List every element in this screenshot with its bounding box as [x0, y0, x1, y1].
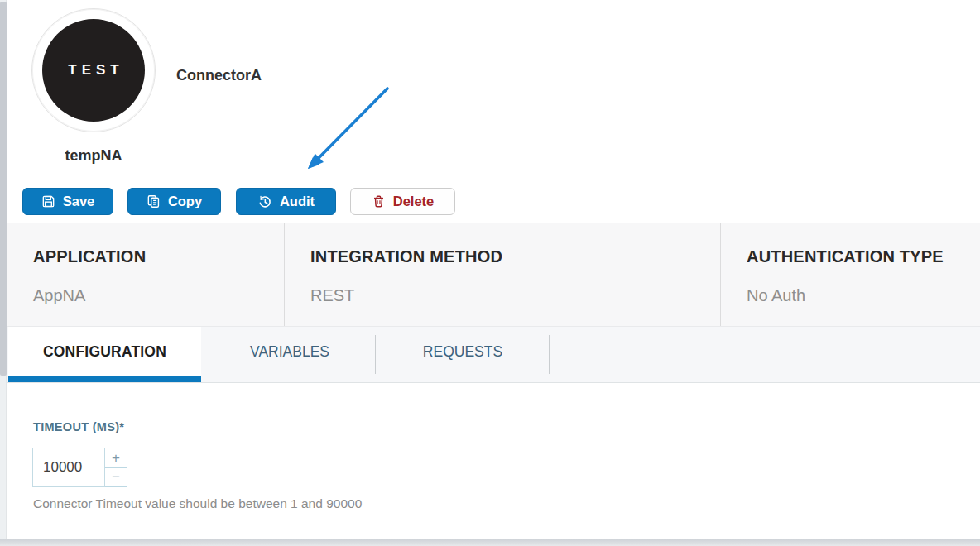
copy-icon — [147, 194, 161, 208]
avatar-circle: TEST — [42, 19, 145, 122]
timeout-stepper: + − — [105, 448, 127, 487]
authentication-type-value: No Auth — [747, 286, 805, 305]
horizontal-scrollbar[interactable] — [0, 539, 980, 546]
configuration-panel: TIMEOUT (MS)* + − Connector Timeout valu… — [7, 383, 980, 539]
integration-method-label: INTEGRATION METHOD — [310, 247, 502, 266]
avatar: TEST — [31, 8, 156, 132]
application-value: AppNA — [33, 286, 85, 305]
tab-configuration[interactable]: CONFIGURATION — [8, 327, 201, 376]
authentication-type-column: AUTHENTICATION TYPE No Auth — [720, 223, 980, 326]
timeout-decrement-button[interactable]: − — [105, 467, 127, 488]
audit-history-icon — [257, 194, 272, 209]
tab-divider — [549, 335, 550, 374]
tab-variables-label: VARIABLES — [250, 343, 329, 361]
timeout-stepper-group: + − — [32, 448, 127, 487]
save-button[interactable]: Save — [22, 188, 113, 215]
tab-divider — [375, 335, 376, 374]
timeout-label: TIMEOUT (MS)* — [33, 420, 124, 433]
copy-button[interactable]: Copy — [127, 188, 221, 215]
template-name: tempNA — [31, 147, 156, 165]
timeout-input[interactable] — [32, 448, 105, 487]
vertical-scrollbar-thumb[interactable] — [0, 2, 7, 376]
integration-method-value: REST — [310, 286, 354, 305]
tab-requests-label: REQUESTS — [423, 343, 502, 361]
timeout-increment-button[interactable]: + — [105, 448, 127, 467]
connector-detail-page: TEST ConnectorA tempNA Save Copy — [0, 0, 980, 546]
vertical-scrollbar-track[interactable] — [0, 0, 7, 546]
tab-bar: CONFIGURATION VARIABLES REQUESTS — [7, 327, 980, 383]
copy-button-label: Copy — [168, 194, 202, 209]
summary-panel: APPLICATION AppNA INTEGRATION METHOD RES… — [7, 223, 980, 327]
integration-method-column: INTEGRATION METHOD REST — [284, 223, 720, 326]
timeout-helper-text: Connector Timeout value should be betwee… — [33, 496, 362, 511]
tab-variables[interactable]: VARIABLES — [211, 327, 368, 376]
application-column: APPLICATION AppNA — [7, 223, 284, 326]
delete-button[interactable]: Delete — [350, 188, 455, 215]
tab-requests[interactable]: REQUESTS — [383, 327, 542, 376]
authentication-type-label: AUTHENTICATION TYPE — [747, 247, 944, 266]
audit-button-label: Audit — [280, 194, 315, 209]
active-tab-indicator — [8, 376, 201, 382]
trash-icon — [372, 194, 386, 208]
save-icon — [41, 194, 55, 208]
save-button-label: Save — [63, 194, 95, 209]
audit-button[interactable]: Audit — [236, 188, 336, 215]
avatar-text: TEST — [63, 62, 123, 79]
application-label: APPLICATION — [33, 247, 146, 266]
connector-name: ConnectorA — [176, 67, 262, 84]
delete-button-label: Delete — [393, 194, 435, 209]
tab-configuration-label: CONFIGURATION — [43, 343, 166, 361]
header-section: TEST ConnectorA tempNA Save Copy — [7, 0, 980, 223]
